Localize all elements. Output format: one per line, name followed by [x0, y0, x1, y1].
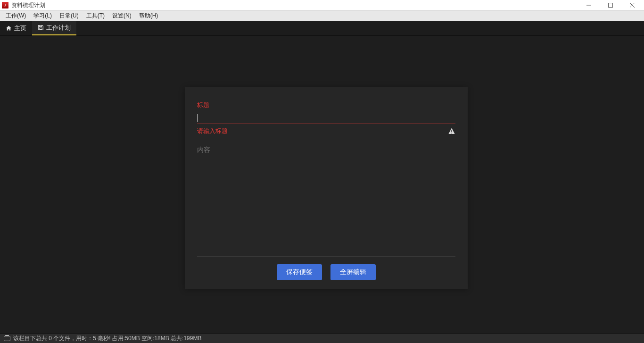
window-title: 资料梳理计划 [11, 1, 45, 9]
svg-rect-2 [451, 133, 452, 133]
tab-workplan[interactable]: 工作计划 [32, 21, 76, 35]
minimize-button[interactable] [578, 0, 600, 10]
maximize-button[interactable] [600, 0, 621, 10]
button-row: 保存便签 全屏编辑 [197, 264, 455, 280]
menu-study[interactable]: 学习(L) [30, 11, 56, 21]
titlebar: 资料梳理计划 [0, 0, 644, 10]
menu-help[interactable]: 帮助(H) [135, 11, 162, 21]
content-label: 内容 [197, 144, 455, 154]
window-controls [578, 0, 643, 10]
tab-home[interactable]: 主页 [0, 21, 32, 35]
close-icon [630, 3, 635, 8]
menu-tool[interactable]: 工具(T) [83, 11, 108, 21]
menu-settings[interactable]: 设置(N) [108, 11, 135, 21]
maximize-icon [608, 3, 613, 8]
home-icon [6, 25, 12, 31]
warning-icon [448, 127, 455, 135]
close-button[interactable] [621, 0, 643, 10]
save-icon [38, 25, 44, 31]
menu-work[interactable]: 工作(W) [2, 11, 30, 21]
fullscreen-edit-button[interactable]: 全屏编辑 [330, 264, 376, 280]
content-field-wrapper: 内容 [197, 144, 455, 257]
titlebar-left: 资料梳理计划 [2, 1, 45, 9]
tab-home-label: 主页 [14, 24, 26, 33]
minimize-icon [586, 3, 591, 8]
monitor-icon [4, 336, 10, 341]
statusbar: 该栏目下总共 0 个文件，用时：5 毫秒! 占用:50MB 空闲:18MB 总共… [0, 334, 644, 343]
text-caret [197, 114, 198, 122]
title-label: 标题 [197, 101, 455, 109]
title-input-wrapper [197, 111, 455, 124]
tab-workplan-label: 工作计划 [46, 24, 71, 32]
menu-daily[interactable]: 日常(U) [56, 11, 83, 21]
content-area: 标题 请输入标题 内容 保存便签 全屏编辑 [0, 36, 644, 334]
title-error-text: 请输入标题 [197, 127, 228, 135]
app-icon [2, 2, 8, 8]
note-form-panel: 标题 请输入标题 内容 保存便签 全屏编辑 [185, 87, 468, 289]
svg-rect-0 [609, 3, 613, 8]
title-error-row: 请输入标题 [197, 127, 455, 135]
tabbar: 主页 工作计划 [0, 21, 644, 36]
save-note-button[interactable]: 保存便签 [277, 264, 322, 280]
title-input[interactable] [197, 111, 455, 124]
menubar: 工作(W) 学习(L) 日常(U) 工具(T) 设置(N) 帮助(H) [0, 10, 644, 21]
status-text: 该栏目下总共 0 个文件，用时：5 毫秒! 占用:50MB 空闲:18MB 总共… [13, 335, 201, 343]
svg-rect-1 [451, 130, 452, 132]
